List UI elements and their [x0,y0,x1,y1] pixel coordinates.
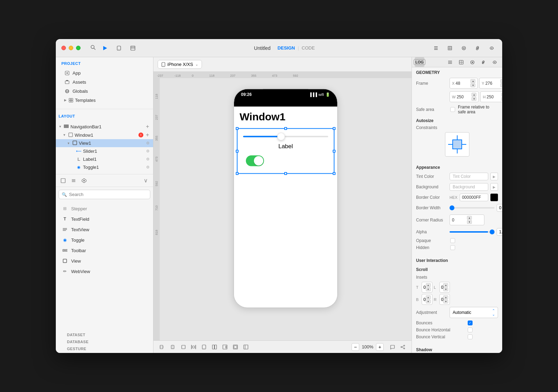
list-item-webview[interactable]: ✏ WebView [56,266,153,277]
frame-tool-icon[interactable] [456,57,466,67]
y-field[interactable] [485,81,499,86]
list-item-view[interactable]: View [56,256,153,266]
h-input[interactable]: H ▲ ▼ [480,91,502,102]
tree-item-slider1[interactable]: ⟵ Slider1 ⚙ [56,147,153,155]
handle-mr[interactable] [333,150,335,152]
frame-icon[interactable] [445,43,455,53]
handle-tc[interactable] [284,127,287,130]
add-item-icon[interactable]: + [145,124,150,129]
share-btn[interactable] [398,342,407,352]
handle-br[interactable] [333,172,335,175]
log-button[interactable]: LOG [415,57,424,67]
corner-radius-field[interactable] [452,218,466,223]
comment-btn[interactable] [388,342,397,352]
corner-radius-input[interactable]: ▲ ▼ [450,214,484,225]
settings-icon[interactable]: ⚙ [145,157,150,162]
align-left-btn[interactable] [158,342,167,352]
eye-icon[interactable] [487,43,497,53]
link-tool-icon[interactable] [478,57,488,67]
w-spinner[interactable]: ▲ ▼ [472,93,476,101]
w-up[interactable]: ▲ [472,93,476,97]
list-item-toolbar[interactable]: Toolbar [56,245,153,256]
y-spinner[interactable]: ▲ ▼ [500,79,502,87]
device-button[interactable] [114,43,124,53]
search-input[interactable] [69,192,147,197]
hidden-checkbox[interactable] [450,245,455,250]
minimize-button[interactable] [69,46,73,50]
w-field[interactable] [457,95,470,99]
expand-btn[interactable]: ∨ [141,176,150,185]
h-down[interactable]: ▼ [502,97,502,101]
h-field[interactable] [487,95,500,99]
tree-item-label1[interactable]: L Label1 ⚙ [56,155,153,163]
link-icon[interactable] [473,43,483,53]
alpha-slider[interactable] [450,231,495,233]
inset-t-input[interactable]: 0 ▲ ▼ [422,282,432,293]
list-item-toggle[interactable]: ◉ Toggle [56,235,153,245]
bounce-horizontal-checkbox[interactable] [468,327,473,332]
settings-icon[interactable]: ⚙ [145,149,150,154]
play-button[interactable] [100,43,110,53]
tint-color-arrow[interactable]: ▶ [490,173,498,180]
overflow-btn[interactable] [241,342,250,352]
handle-ml[interactable] [236,150,239,152]
align-right-btn[interactable] [179,342,188,352]
list-tool-icon[interactable] [445,57,455,67]
sidebar-item-app[interactable]: App [61,68,148,77]
list-item-textview[interactable]: TextView [56,224,153,235]
search-button[interactable] [90,45,96,52]
tint-color-input[interactable]: Tint Color [450,173,488,180]
layers-icon[interactable] [459,43,469,53]
x-down[interactable]: ▼ [470,83,475,87]
sidebar-item-globals[interactable]: Globals [61,86,148,96]
close-button[interactable] [61,46,66,50]
tree-item-view1[interactable]: ▼ View1 ⚙ [56,139,153,147]
add-item-icon[interactable]: + [145,132,150,138]
list-view-icon[interactable] [431,43,441,53]
settings-icon[interactable]: ⚙ [145,165,150,170]
layout-view-btn[interactable] [59,176,68,185]
sidebar-item-assets[interactable]: Assets [61,77,148,86]
handle-tl[interactable] [236,127,239,130]
inset-r-input[interactable]: 0 ▲ ▼ [439,294,450,305]
w-input[interactable]: W ▲ ▼ [450,91,479,102]
distribute-h-btn[interactable] [189,342,198,352]
y-input[interactable]: Y ▲ ▼ [479,78,502,89]
background-input[interactable]: Background [450,183,488,191]
background-arrow[interactable]: ▶ [490,183,498,191]
tree-item-window1[interactable]: ▼ Window1 ! + [56,131,153,139]
book-button[interactable] [128,43,138,53]
filter-btn[interactable] [80,176,89,185]
settings-icon[interactable]: ⚙ [145,141,150,146]
code-tab[interactable]: CODE [302,45,315,51]
align-center-btn[interactable] [168,342,177,352]
split-view-btn[interactable] [210,342,219,352]
border-width-slider[interactable] [450,207,495,209]
design-tab[interactable]: DESIGN [278,45,295,51]
adjustment-select[interactable]: Automatic ⌃⌄ [450,307,498,318]
corner-radius-spinner[interactable]: ▲ ▼ [467,216,472,224]
handle-bc[interactable] [284,172,287,175]
circle-tool-icon[interactable] [467,57,477,67]
x-up[interactable]: ▲ [470,79,475,83]
safe-area-checkbox[interactable] [450,107,455,112]
eye-tool-icon[interactable] [490,57,499,67]
bounce-vertical-checkbox[interactable] [468,334,473,339]
tree-item-navigationbar1[interactable]: ▼ NavigationBar1 + [56,122,153,131]
x-input[interactable]: X ▲ ▼ [450,78,478,89]
x-spinner[interactable]: ▲ ▼ [470,79,475,87]
full-view-btn[interactable] [231,342,240,352]
phone-view1[interactable]: Label [237,128,334,174]
y-down[interactable]: ▼ [500,83,502,87]
list-view-btn[interactable] [69,176,78,185]
zoom-out-btn[interactable]: − [352,343,359,351]
dual-view-btn[interactable] [220,342,229,352]
inset-b-input[interactable]: 0 ▲ ▼ [422,294,432,305]
list-item-stepper[interactable]: ⊞ Stepper [56,203,153,214]
device-selector[interactable]: iPhone X/XS ⌄ [158,60,202,69]
handle-bl[interactable] [236,172,239,175]
x-field[interactable] [455,81,469,86]
zoom-in-btn[interactable]: + [376,343,384,351]
sidebar-item-templates[interactable]: ▶ Templates [61,96,148,105]
w-down[interactable]: ▼ [472,97,476,101]
